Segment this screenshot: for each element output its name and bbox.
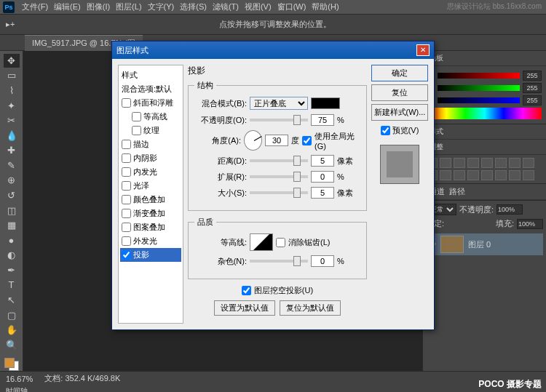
timeline-bar[interactable]: 时间轴 bbox=[0, 385, 546, 392]
adj-icon[interactable] bbox=[440, 170, 451, 180]
b-slider[interactable] bbox=[438, 97, 520, 103]
layer-row[interactable]: 👁 图层 0 bbox=[426, 233, 543, 255]
style-inner-shadow[interactable]: 内阴影 bbox=[120, 151, 181, 165]
distance-input[interactable] bbox=[311, 155, 334, 167]
color-swatches[interactable] bbox=[4, 358, 19, 372]
fill-input[interactable] bbox=[517, 219, 543, 229]
adj-icon[interactable] bbox=[440, 158, 451, 168]
styles-panel-tab[interactable]: 样式 bbox=[423, 124, 546, 140]
g-value[interactable]: 255 bbox=[523, 83, 542, 93]
opacity-slider[interactable] bbox=[250, 119, 308, 121]
menu-view[interactable]: 视图(V) bbox=[242, 1, 274, 12]
contour-picker[interactable] bbox=[250, 233, 273, 251]
adj-icon[interactable] bbox=[467, 158, 479, 168]
satin-checkbox[interactable] bbox=[122, 181, 131, 191]
b-value[interactable]: 255 bbox=[523, 95, 542, 105]
menu-type[interactable]: 文字(Y) bbox=[145, 1, 178, 12]
adj-icon[interactable] bbox=[481, 170, 493, 180]
menu-layer[interactable]: 图层(L) bbox=[113, 1, 144, 12]
style-inner-glow[interactable]: 内发光 bbox=[120, 165, 181, 179]
menu-edit[interactable]: 编辑(E) bbox=[51, 1, 84, 12]
cancel-button[interactable]: 复位 bbox=[371, 84, 428, 101]
style-stroke[interactable]: 描边 bbox=[120, 137, 181, 151]
marquee-tool[interactable]: ▭ bbox=[4, 69, 20, 83]
style-color-overlay[interactable]: 颜色叠加 bbox=[120, 193, 181, 207]
antialias-checkbox[interactable] bbox=[276, 238, 285, 247]
fg-swatch[interactable] bbox=[4, 358, 15, 368]
style-texture[interactable]: 纹理 bbox=[120, 124, 181, 137]
adj-icon[interactable] bbox=[509, 170, 521, 180]
noise-input[interactable] bbox=[311, 255, 334, 267]
hand-tool[interactable]: ✋ bbox=[4, 323, 20, 337]
stroke-checkbox[interactable] bbox=[122, 140, 131, 149]
texture-checkbox[interactable] bbox=[132, 126, 141, 135]
zoom-level[interactable]: 16.67% bbox=[6, 375, 33, 383]
style-bevel[interactable]: 斜面和浮雕 bbox=[120, 96, 181, 110]
history-brush-tool[interactable]: ↺ bbox=[4, 188, 20, 202]
adj-icon[interactable] bbox=[509, 158, 521, 168]
angle-input[interactable] bbox=[265, 135, 288, 146]
blur-tool[interactable]: ● bbox=[4, 233, 20, 247]
new-style-button[interactable]: 新建样式(W)... bbox=[371, 104, 428, 121]
style-pattern-overlay[interactable]: 图案叠加 bbox=[120, 220, 181, 234]
menu-file[interactable]: 文件(F) bbox=[19, 1, 51, 12]
move-tool[interactable]: ✥ bbox=[4, 54, 20, 68]
eyedropper-tool[interactable]: 💧 bbox=[4, 129, 20, 143]
style-gradient-overlay[interactable]: 渐变叠加 bbox=[120, 207, 181, 220]
blend-mode-dropdown[interactable]: 正片叠底 bbox=[250, 97, 308, 110]
noise-slider[interactable] bbox=[250, 260, 308, 263]
wand-tool[interactable]: ✦ bbox=[4, 99, 20, 113]
menu-filter[interactable]: 滤镜(T) bbox=[210, 1, 242, 12]
crop-tool[interactable]: ✂ bbox=[4, 113, 20, 127]
opacity-input[interactable] bbox=[311, 114, 334, 126]
adjust-panel-tab[interactable]: 调整 bbox=[423, 140, 546, 155]
style-contour[interactable]: 等高线 bbox=[120, 110, 181, 124]
adj-icon[interactable] bbox=[454, 158, 465, 168]
zoom-tool[interactable]: 🔍 bbox=[4, 338, 20, 352]
knockout-checkbox[interactable] bbox=[242, 286, 251, 295]
type-tool[interactable]: T bbox=[4, 279, 20, 292]
style-drop-shadow[interactable]: 投影 bbox=[120, 248, 181, 262]
angle-dial[interactable] bbox=[244, 130, 262, 151]
adj-icon[interactable] bbox=[481, 158, 493, 168]
layer-thumb[interactable] bbox=[440, 236, 464, 253]
color-panel-tab[interactable]: 色板 bbox=[423, 51, 546, 66]
contour-checkbox[interactable] bbox=[132, 112, 141, 121]
blend-options-item[interactable]: 混合选项:默认 bbox=[120, 82, 181, 96]
distance-slider[interactable] bbox=[250, 159, 308, 162]
adj-icon[interactable] bbox=[495, 158, 507, 168]
spread-input[interactable] bbox=[311, 171, 334, 183]
close-button[interactable]: ✕ bbox=[416, 44, 430, 56]
r-value[interactable]: 255 bbox=[523, 71, 542, 81]
menu-image[interactable]: 图像(I) bbox=[84, 1, 113, 12]
size-slider[interactable] bbox=[250, 191, 308, 194]
inner-glow-checkbox[interactable] bbox=[122, 167, 131, 177]
reset-default-button[interactable]: 复位为默认值 bbox=[280, 300, 341, 316]
dialog-titlebar[interactable]: 图层样式 ✕ bbox=[112, 41, 434, 59]
global-light-checkbox[interactable] bbox=[302, 136, 312, 145]
pattern-overlay-checkbox[interactable] bbox=[122, 223, 131, 232]
menu-window[interactable]: 窗口(W) bbox=[274, 1, 309, 12]
spread-slider[interactable] bbox=[250, 175, 308, 178]
adj-icon[interactable] bbox=[523, 158, 534, 168]
layer-name[interactable]: 图层 0 bbox=[468, 239, 491, 250]
stamp-tool[interactable]: ⊕ bbox=[4, 174, 20, 188]
styles-heading[interactable]: 样式 bbox=[120, 68, 181, 82]
style-satin[interactable]: 光泽 bbox=[120, 179, 181, 193]
preview-checkbox[interactable] bbox=[381, 126, 390, 135]
drop-shadow-checkbox[interactable] bbox=[122, 250, 131, 260]
paths-tab[interactable]: 路径 bbox=[449, 187, 465, 196]
adj-icon[interactable] bbox=[523, 170, 534, 180]
color-overlay-checkbox[interactable] bbox=[122, 195, 131, 204]
path-tool[interactable]: ↖ bbox=[4, 293, 20, 307]
spectrum-bar[interactable] bbox=[427, 108, 542, 119]
dodge-tool[interactable]: ◐ bbox=[4, 249, 20, 263]
bevel-checkbox[interactable] bbox=[122, 98, 131, 108]
outer-glow-checkbox[interactable] bbox=[122, 236, 131, 246]
inner-shadow-checkbox[interactable] bbox=[122, 153, 131, 163]
menu-select[interactable]: 选择(S) bbox=[177, 1, 210, 12]
pen-tool[interactable]: ✒ bbox=[4, 263, 20, 277]
adj-icon[interactable] bbox=[495, 170, 507, 180]
gradient-tool[interactable]: ▦ bbox=[4, 218, 20, 232]
opacity-input[interactable] bbox=[496, 204, 523, 215]
